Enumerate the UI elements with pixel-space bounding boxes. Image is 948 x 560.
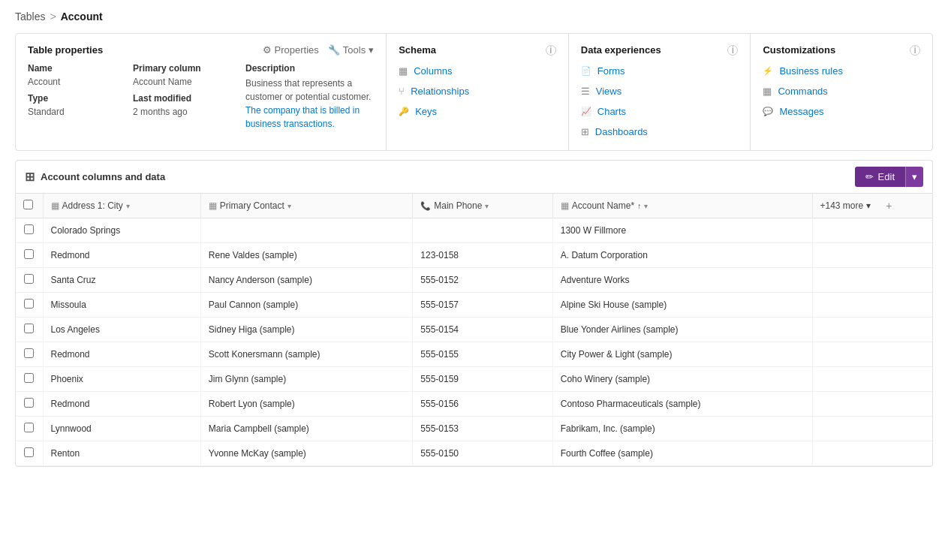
charts-link[interactable]: 📈 Charts (581, 104, 739, 119)
row-select-checkbox[interactable] (24, 373, 34, 383)
contact-sort-icon: ▾ (287, 202, 291, 210)
extra-col-cell (812, 392, 932, 417)
relationships-icon: ⑂ (399, 86, 405, 97)
schema-links: ▦ Columns ⑂ Relationships 🔑 Keys (399, 63, 556, 119)
row-select-checkbox[interactable] (24, 348, 34, 358)
row-select-checkbox[interactable] (24, 447, 34, 457)
contact-cell: Scott Konersmann (sample) (200, 342, 412, 367)
business-rules-icon: ⚡ (763, 66, 773, 76)
dashboards-link[interactable]: ⊞ Dashboards (581, 124, 739, 140)
messages-icon: 💬 (763, 107, 773, 116)
more-columns-btn[interactable]: +143 more ▾ (813, 194, 879, 217)
contact-cell[interactable]: Sidney Higa (sample) (200, 318, 412, 342)
city-cell: Santa Cruz (43, 268, 200, 293)
city-cell: Los Angeles (43, 318, 200, 342)
custom-title: Customizations (763, 44, 835, 56)
more-cols-header: +143 more ▾ + (812, 194, 932, 218)
schema-info-icon[interactable]: i (546, 45, 556, 56)
contact-cell[interactable]: Nancy Anderson (sample) (200, 268, 412, 293)
extra-col-cell (812, 441, 932, 466)
city-cell: Redmond (43, 243, 200, 268)
panel-header: Table properties ⚙ Properties 🔧 Tools ▾ (28, 44, 374, 56)
contact-cell (200, 218, 412, 243)
account-name-cell: Coho Winery (sample) (552, 367, 812, 392)
messages-link[interactable]: 💬 Messages (763, 104, 920, 119)
row-select-checkbox[interactable] (24, 423, 34, 432)
data-exp-info-icon[interactable]: i (727, 45, 738, 56)
dashboards-icon: ⊞ (581, 126, 589, 137)
table-row: RedmondRene Valdes (sample)123-0158A. Da… (16, 243, 932, 268)
description-text: Business that represents a customer or p… (245, 77, 374, 131)
row-select-checkbox[interactable] (24, 249, 34, 259)
gear-icon: ⚙ (263, 44, 272, 56)
commands-link[interactable]: ▦ Commands (763, 83, 920, 99)
contact-col-header[interactable]: ▦ Primary Contact ▾ (200, 194, 412, 218)
business-rules-label: Business rules (779, 65, 843, 77)
edit-main-btn[interactable]: ✏ Edit (855, 167, 905, 187)
phone-col-header[interactable]: 📞 Main Phone ▾ (413, 194, 552, 218)
row-checkbox (16, 417, 43, 441)
table-properties-panel: Table properties ⚙ Properties 🔧 Tools ▾ … (16, 34, 387, 150)
table-row: RedmondRobert Lyon (sample)555-0156Conto… (16, 392, 932, 417)
account-name-cell: Fabrikam, Inc. (sample) (552, 417, 812, 441)
schema-relationships-link[interactable]: ⑂ Relationships (399, 83, 556, 99)
select-all-checkbox[interactable] (23, 200, 33, 209)
contact-cell[interactable]: Maria Campbell (sample) (200, 417, 412, 441)
contact-cell[interactable]: Rene Valdes (sample) (200, 243, 412, 268)
data-exp-header: Data experiences i (581, 44, 739, 56)
schema-keys-link[interactable]: 🔑 Keys (399, 104, 556, 119)
keys-icon: 🔑 (399, 107, 409, 116)
contact-cell[interactable]: Yvonne McKay (sample) (200, 441, 412, 466)
row-select-checkbox[interactable] (24, 274, 34, 284)
tools-icon: 🔧 (328, 44, 340, 56)
edit-dropdown-btn[interactable]: ▾ (905, 167, 923, 187)
tools-btn[interactable]: 🔧 Tools ▾ (328, 44, 374, 56)
account-col-label: Account Name* (572, 200, 634, 211)
custom-info-icon[interactable]: i (910, 45, 920, 56)
contact-cell[interactable]: Robert Lyon (sample) (200, 392, 412, 417)
primary-col-value: Account Name (133, 77, 230, 87)
forms-label: Forms (597, 65, 625, 77)
contact-cell[interactable]: Jim Glynn (sample) (200, 367, 412, 392)
commands-label: Commands (778, 86, 827, 97)
extra-col-cell (812, 342, 932, 367)
schema-columns-link[interactable]: ▦ Columns (399, 63, 556, 79)
city-cell: Lynnwood (43, 417, 200, 441)
table-row: Los AngelesSidney Higa (sample)555-0154B… (16, 318, 932, 342)
row-select-checkbox[interactable] (24, 398, 34, 408)
views-link[interactable]: ☰ Views (581, 83, 739, 99)
business-rules-link[interactable]: ⚡ Business rules (763, 63, 920, 79)
breadcrumb: Tables > Account (0, 0, 948, 33)
columns-icon: ▦ (399, 65, 408, 77)
city-col-header[interactable]: ▦ Address 1: City ▾ (43, 194, 200, 218)
breadcrumb-current: Account (61, 11, 103, 23)
charts-label: Charts (597, 106, 626, 117)
row-checkbox (16, 268, 43, 293)
forms-link[interactable]: 📄 Forms (581, 63, 739, 79)
breadcrumb-tables-link[interactable]: Tables (15, 11, 45, 23)
contact-cell[interactable]: Paul Cannon (sample) (200, 293, 412, 318)
table-header: ▦ Address 1: City ▾ ▦ Primary Contact ▾ … (16, 194, 932, 218)
contact-col-label: Primary Contact (220, 200, 284, 211)
account-col-header[interactable]: ▦ Account Name* ↑ ▾ (552, 194, 812, 218)
phone-col-label: Main Phone (434, 200, 482, 211)
account-sort-icon: ▾ (644, 202, 648, 210)
row-select-checkbox[interactable] (24, 224, 34, 234)
row-checkbox (16, 218, 43, 243)
schema-header: Schema i (399, 44, 556, 56)
customizations-panel: Customizations i ⚡ Business rules ▦ Comm… (751, 34, 932, 150)
edit-label: Edit (878, 171, 895, 182)
account-name-cell: Alpine Ski House (sample) (552, 293, 812, 318)
phone-sort-icon: ▾ (485, 202, 489, 210)
row-checkbox (16, 392, 43, 417)
city-sort-icon: ▾ (126, 202, 130, 210)
row-select-checkbox[interactable] (24, 324, 34, 333)
phone-cell: 555-0159 (413, 367, 552, 392)
add-column-btn[interactable]: + (878, 194, 899, 218)
desc-col-header: Description (245, 63, 374, 74)
breadcrumb-separator: > (50, 11, 56, 23)
schema-title: Schema (399, 44, 436, 56)
more-cols-label: +143 more (820, 200, 864, 211)
properties-btn[interactable]: ⚙ Properties (263, 44, 319, 56)
row-select-checkbox[interactable] (24, 299, 34, 309)
